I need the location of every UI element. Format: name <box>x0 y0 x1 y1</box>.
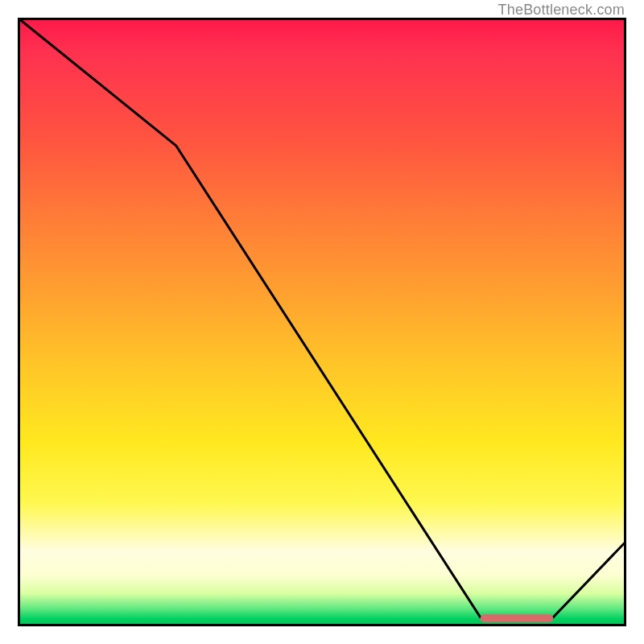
watermark-text: TheBottleneck.com <box>498 2 625 19</box>
bottleneck-chart: TheBottleneck.com <box>0 0 644 644</box>
plot-area <box>18 18 626 626</box>
